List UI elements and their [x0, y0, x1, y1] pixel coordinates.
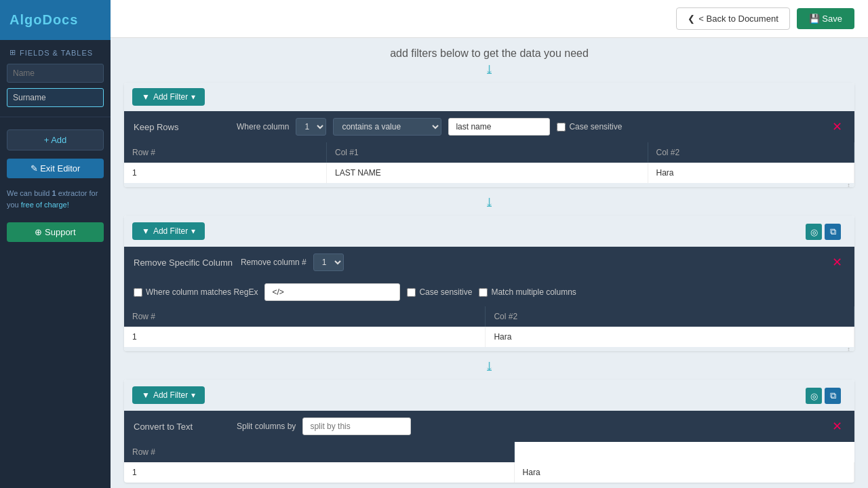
split-input[interactable] — [302, 418, 411, 435]
col2-val-2: Hara — [486, 327, 854, 347]
icon-btn-teal-2[interactable]: ◎ — [806, 224, 822, 240]
filter-regex-row: Where column matches RegEx Case sensitiv… — [124, 278, 854, 306]
filter-section-2: ▼ Add Filter ▾ ◎ ⧉ Remove Specific Colum… — [124, 216, 854, 351]
filter-section-1: ▼ Add Filter ▾ Keep Rows Where column 1 … — [124, 83, 854, 187]
filter-close-button-3[interactable]: ✕ — [829, 419, 845, 434]
column-select-1[interactable]: 1 2 — [296, 118, 326, 136]
filter-header-2: Remove Specific Column Remove column # 1… — [124, 247, 854, 278]
scroll-down-icon: ⤓ — [124, 62, 854, 77]
logo: AlgoDocs — [0, 0, 111, 40]
sidebar-promo: We can build 1 extractor for you free of… — [7, 188, 104, 210]
name-field[interactable] — [7, 64, 104, 83]
table-row: 1 LAST NAME Hara — [124, 163, 854, 183]
section-chevron-3: ⤓ — [124, 359, 854, 374]
add-filter-button-1[interactable]: ▼ Add Filter ▾ — [132, 88, 205, 106]
add-filter-bar-1: ▼ Add Filter ▾ — [124, 83, 854, 111]
col1-val: LAST NAME — [327, 163, 648, 183]
filter-controls-2: Remove column # 1 2 — [241, 253, 821, 271]
filter-type-label-2: Remove Specific Column — [134, 258, 233, 268]
match-multiple-checkbox[interactable] — [479, 288, 488, 297]
add-filter-button-2[interactable]: ▼ Add Filter ▾ — [132, 222, 205, 240]
topbar: ❮ < Back to Document 💾 Save — [111, 0, 868, 38]
back-to-document-button[interactable]: ❮ < Back to Document — [676, 7, 789, 30]
section-icons-2: ◎ ⧉ — [800, 221, 846, 241]
add-button[interactable]: + Add — [7, 129, 104, 150]
exit-editor-button[interactable]: ✎ Exit Editor — [7, 159, 104, 178]
dropdown-icon-1: ▾ — [191, 92, 195, 102]
remove-col-select[interactable]: 1 2 — [313, 253, 344, 271]
logo-suffix: Docs — [42, 12, 78, 27]
icon-btn-teal-3[interactable]: ◎ — [806, 388, 822, 404]
case-sensitive-checkbox-2[interactable] — [407, 288, 416, 297]
sidebar-divider — [0, 117, 111, 117]
where-column-label: Where column — [237, 122, 289, 131]
section-icons-3: ◎ ⧉ — [800, 385, 846, 405]
case-sensitive-label-1[interactable]: Case sensitive — [557, 122, 622, 131]
save-button[interactable]: 💾 Save — [797, 8, 854, 29]
col-header-row-3: Row # — [124, 442, 514, 462]
filter-table-2: Row # Col #2 1 Hara — [124, 306, 854, 347]
section-chevron-2: ⤓ — [124, 195, 854, 210]
free-charge-link[interactable]: free of charge! — [21, 201, 69, 209]
filter-icon-3: ▼ — [142, 390, 150, 400]
filter-controls-1: Where column 1 2 contains a value does n… — [237, 118, 821, 136]
resize-icon: ↕ — [847, 182, 850, 188]
support-button[interactable]: ⊕ Support — [7, 222, 104, 242]
col-header-col1: Col #1 — [327, 142, 648, 163]
main-area: ❮ < Back to Document 💾 Save add filters … — [111, 0, 868, 488]
dropdown-icon-2: ▾ — [191, 226, 195, 236]
sidebar: AlgoDocs ⊞ FIELDS & TABLES + Add ✎ Exit … — [0, 0, 111, 488]
dropdown-icon-3: ▾ — [191, 390, 195, 400]
col-header-row: Row # — [124, 142, 327, 163]
filter-resize-handle-1[interactable]: ↕ — [124, 183, 854, 187]
regex-input[interactable] — [264, 283, 400, 301]
filter-icon-1: ▼ — [142, 92, 150, 102]
filter-close-button-1[interactable]: ✕ — [829, 119, 845, 134]
regex-checkbox-label[interactable]: Where column matches RegEx — [134, 287, 258, 297]
col1-val-3: Hara — [514, 462, 854, 483]
icon-btn-blue-3[interactable]: ⧉ — [825, 388, 841, 404]
add-filter-bar-3: ▼ Add Filter ▾ ◎ ⧉ — [124, 380, 854, 411]
page-subtitle: add filters below to get the data you ne… — [124, 38, 854, 62]
col-header-row-2: Row # — [124, 306, 486, 327]
back-arrow-icon: ❮ — [688, 14, 695, 24]
col-header-col2-2: Col #2 — [486, 306, 854, 327]
table-row-3: 1 Hara — [124, 462, 854, 483]
logo-accent: Algo — [9, 12, 42, 27]
filter-type-label-1: Keep Rows — [134, 122, 229, 132]
filter-close-button-2[interactable]: ✕ — [829, 255, 845, 270]
filter-table-3: Row # 1 Hara — [124, 442, 854, 483]
row-num-2: 1 — [124, 327, 486, 347]
content-area: add filters below to get the data you ne… — [111, 38, 868, 488]
regex-controls: Where column matches RegEx Case sensitiv… — [134, 283, 845, 301]
case-sensitive-checkbox-1[interactable] — [557, 123, 566, 131]
regex-checkbox[interactable] — [134, 288, 142, 297]
filter-icon-2: ▼ — [142, 226, 150, 236]
condition-select-1[interactable]: contains a value does not contain equals — [333, 118, 441, 136]
split-label: Split columns by — [237, 422, 296, 431]
match-multiple-label[interactable]: Match multiple columns — [479, 287, 576, 297]
icon-btn-blue-2[interactable]: ⧉ — [825, 224, 841, 240]
add-filter-button-3[interactable]: ▼ Add Filter ▾ — [132, 386, 205, 404]
table-icon: ⊞ — [9, 48, 16, 57]
filter-section-3: ▼ Add Filter ▾ ◎ ⧉ Convert to Text Split… — [124, 380, 854, 483]
col-header-col2: Col #2 — [648, 142, 854, 163]
surname-field[interactable] — [7, 88, 104, 107]
filter-controls-3: Split columns by — [237, 418, 821, 435]
remove-col-label: Remove column # — [241, 258, 307, 267]
case-sensitive-label-2[interactable]: Case sensitive — [407, 287, 472, 297]
filter-resize-handle-2[interactable]: ↕ — [124, 347, 854, 351]
col2-val: Hara — [648, 163, 854, 183]
filter-table-1: Row # Col #1 Col #2 1 LAST NAME Hara — [124, 142, 854, 183]
filter-type-label-3: Convert to Text — [134, 422, 229, 432]
filter-header-3: Convert to Text Split columns by ✕ — [124, 411, 854, 442]
filter-header-1: Keep Rows Where column 1 2 contains a va… — [124, 111, 854, 142]
add-filter-bar-2: ▼ Add Filter ▾ ◎ ⧉ — [124, 216, 854, 247]
table-row-2: 1 Hara — [124, 327, 854, 347]
sidebar-section-title: ⊞ FIELDS & TABLES — [0, 40, 111, 61]
row-num: 1 — [124, 163, 327, 183]
row-num-3: 1 — [124, 462, 514, 483]
filter-value-input-1[interactable] — [448, 118, 550, 136]
resize-icon-2: ↕ — [847, 346, 850, 352]
